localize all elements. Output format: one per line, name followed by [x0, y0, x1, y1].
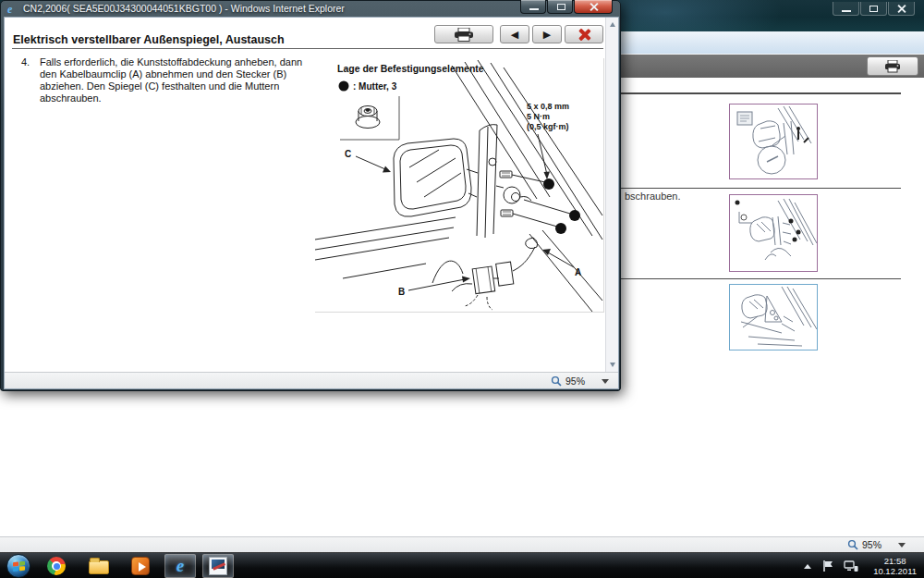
- network-icon[interactable]: [844, 560, 858, 572]
- step-number: 4.: [21, 56, 30, 68]
- action-center-flag-icon[interactable]: [822, 560, 834, 572]
- bg-restore-button[interactable]: [860, 2, 887, 16]
- restore-icon: [869, 6, 878, 12]
- step-text: Falls erforderlich, die Kunststoffabdeck…: [40, 56, 315, 105]
- back-button[interactable]: ◀: [500, 25, 529, 43]
- torque-spec-line1: 5 x 0,8 mm: [527, 102, 569, 111]
- folder-icon: [89, 560, 109, 574]
- thumbnail-mirror-step2[interactable]: [729, 194, 818, 272]
- ie-client-area: Elektrisch verstellbarer Außenspiegel, A…: [4, 17, 619, 389]
- internet-explorer-icon: e: [176, 556, 184, 576]
- taskbar-item-media-player[interactable]: [125, 554, 156, 578]
- close-icon: [897, 4, 906, 13]
- mirror-thumbnail-drawing: [730, 195, 817, 271]
- ie-favicon-icon: e: [7, 3, 19, 15]
- ie-zoom-level: 95%: [565, 375, 585, 387]
- thumbnail-mirror-step3[interactable]: [729, 284, 818, 350]
- clock-date: 10.12.2011: [873, 566, 917, 576]
- printer-icon: [454, 28, 474, 42]
- mirror-diagram-drawing: Lage der Befestigungselemente : Mutter, …: [315, 58, 604, 313]
- thumbnail-mirror-step1[interactable]: [729, 104, 818, 179]
- windows-logo-icon: [13, 561, 26, 572]
- ie-minimize-button[interactable]: [520, 0, 546, 14]
- taskbar-item-chrome[interactable]: [41, 554, 72, 578]
- taskbar: e 21:58 10.12.2011: [0, 552, 924, 578]
- scroll-down-button[interactable]: [607, 359, 618, 371]
- maximize-icon: [557, 4, 565, 10]
- mirror-thumbnail-drawing: [730, 105, 817, 178]
- figure-label-c: C: [345, 149, 351, 159]
- zoom-magnifier-icon: [551, 375, 562, 387]
- system-tray: 21:58 10.12.2011: [804, 553, 924, 578]
- show-hidden-icons-button[interactable]: [804, 564, 811, 569]
- arrow-up-icon: [610, 22, 615, 27]
- chevron-down-icon[interactable]: [898, 543, 906, 547]
- red-x-icon: [578, 28, 591, 42]
- ie-statusbar: 95%: [5, 372, 618, 388]
- print-button[interactable]: [434, 25, 493, 43]
- mirror-thumbnail-drawing: [730, 285, 817, 350]
- taskbar-item-explorer[interactable]: [83, 554, 115, 578]
- figure-legend: : Mutter, 3: [353, 81, 397, 92]
- background-window-statusbar: 95%: [0, 536, 924, 552]
- chevron-down-icon[interactable]: [602, 379, 609, 384]
- ie-titlebar[interactable]: e CN2,2006( SEA5E00J34300044051KBGT00 ) …: [1, 1, 620, 17]
- ie-close-button[interactable]: [574, 0, 613, 14]
- clock[interactable]: 21:58 10.12.2011: [873, 556, 917, 576]
- ie-window: e CN2,2006( SEA5E00J34300044051KBGT00 ) …: [0, 0, 621, 391]
- ie-maximize-button[interactable]: [547, 0, 573, 14]
- printer-icon: [884, 60, 901, 73]
- bg-zoom-level: 95%: [862, 539, 881, 550]
- partial-step-text: bschrauben.: [625, 191, 681, 202]
- service-app-icon: [209, 557, 227, 575]
- chrome-icon: [47, 557, 66, 575]
- minimize-icon: [529, 8, 539, 10]
- media-player-icon: [131, 557, 150, 575]
- figure-label-b: B: [398, 287, 405, 297]
- ie-zoom-control[interactable]: 95%: [551, 375, 609, 387]
- document-page: Elektrisch verstellbarer Außenspiegel, A…: [5, 18, 605, 372]
- taskbar-item-internet-explorer[interactable]: e: [164, 554, 196, 578]
- figure-label-a: A: [575, 267, 581, 277]
- bg-print-button[interactable]: [867, 56, 918, 76]
- chevron-left-icon: ◀: [511, 29, 518, 41]
- forward-button[interactable]: ▶: [532, 25, 562, 43]
- zoom-magnifier-icon: [847, 539, 858, 550]
- page-title: Elektrisch verstellbarer Außenspiegel, A…: [13, 33, 285, 46]
- arrow-down-icon: [610, 363, 615, 367]
- taskbar-item-service-app[interactable]: [202, 554, 234, 578]
- heading-divider: [12, 48, 603, 49]
- vertical-scrollbar[interactable]: [605, 18, 618, 372]
- figure-title: Lage der Befestigungselemente: [337, 63, 484, 74]
- bg-minimize-button[interactable]: [833, 2, 859, 16]
- desktop: bschrauben.: [0, 0, 924, 578]
- step-item: 4. Falls erforderlich, die Kunststoffabd…: [21, 56, 315, 105]
- ie-window-title: CN2,2006( SEA5E00J34300044051KBGT00 ) - …: [23, 3, 345, 14]
- clock-time: 21:58: [873, 556, 917, 566]
- chevron-right-icon: ▶: [543, 29, 551, 41]
- bg-zoom-control[interactable]: 95%: [847, 539, 906, 550]
- close-icon: [590, 2, 599, 11]
- scroll-up-button[interactable]: [607, 18, 618, 31]
- bg-close-button[interactable]: [888, 2, 915, 16]
- close-page-button[interactable]: [565, 25, 603, 43]
- start-button[interactable]: [6, 554, 30, 578]
- minimize-icon: [842, 10, 851, 12]
- figure-mirror-diagram: Lage der Befestigungselemente : Mutter, …: [315, 58, 604, 313]
